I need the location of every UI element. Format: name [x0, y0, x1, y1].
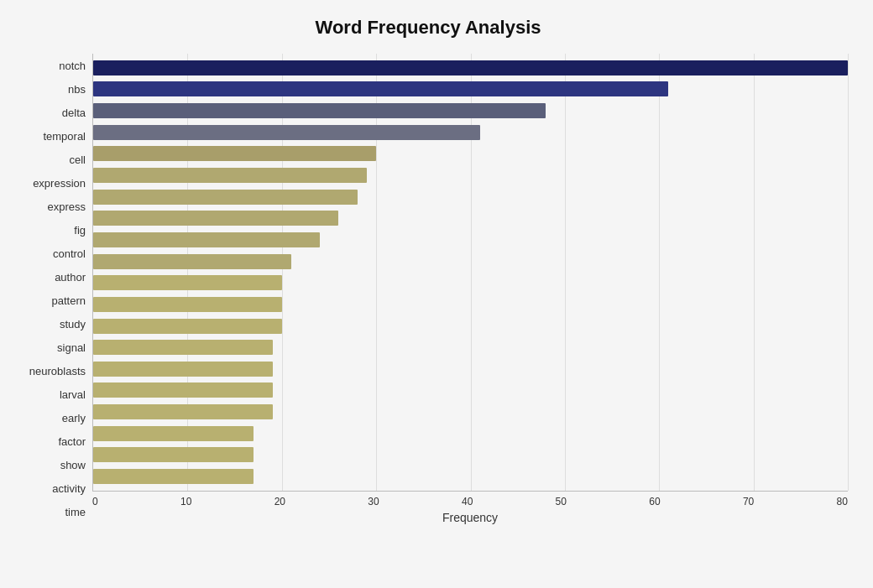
grid-line	[848, 54, 849, 491]
y-label: cell	[69, 154, 86, 165]
bar	[93, 190, 358, 205]
bar	[93, 426, 254, 441]
bar	[93, 275, 282, 290]
bar	[93, 447, 254, 462]
y-label: control	[53, 248, 86, 259]
x-tick: 40	[462, 496, 473, 507]
y-label: author	[55, 272, 86, 283]
y-label: delta	[62, 107, 86, 118]
bar-row	[93, 231, 848, 249]
y-label: express	[47, 201, 86, 212]
bar-row	[93, 188, 848, 206]
y-label: time	[65, 507, 86, 518]
x-axis: 01020304050607080	[92, 492, 848, 507]
bar	[93, 232, 320, 247]
bar	[93, 103, 546, 118]
bar-row	[93, 467, 848, 486]
y-label: expression	[33, 178, 86, 189]
bar	[93, 362, 273, 377]
y-label: neuroblasts	[29, 366, 86, 377]
bar-row	[93, 403, 848, 421]
bars-and-x: 01020304050607080 Frequency	[92, 54, 848, 524]
x-tick: 60	[649, 496, 660, 507]
y-label: signal	[57, 342, 86, 353]
y-label: temporal	[43, 131, 86, 142]
x-tick: 10	[180, 496, 191, 507]
bar	[93, 168, 367, 183]
bar-row	[93, 59, 848, 77]
x-axis-label: Frequency	[92, 511, 848, 524]
y-label: early	[62, 413, 86, 424]
bar	[93, 404, 273, 419]
bar	[93, 125, 480, 140]
bar	[93, 81, 668, 96]
bars-area	[92, 54, 848, 492]
bar-row	[93, 381, 848, 399]
bar-row	[93, 252, 848, 271]
bar-row	[93, 360, 848, 378]
y-label: study	[60, 319, 86, 330]
x-tick: 30	[368, 496, 379, 507]
y-label: notch	[59, 60, 86, 71]
bar	[93, 60, 848, 75]
y-label: larval	[60, 389, 86, 400]
y-labels: notchnbsdeltatemporalcellexpressionexpre…	[8, 54, 92, 524]
bar	[93, 297, 282, 312]
bar-row	[93, 123, 848, 142]
y-label: nbs	[68, 84, 86, 95]
y-label: fig	[74, 225, 86, 236]
bar	[93, 211, 338, 226]
y-label: pattern	[52, 295, 86, 306]
x-tick: 70	[743, 496, 754, 507]
bar-row	[93, 445, 848, 464]
bar-row	[93, 166, 848, 185]
chart-area: notchnbsdeltatemporalcellexpressionexpre…	[8, 54, 848, 524]
bar	[93, 340, 273, 355]
x-tick: 20	[274, 496, 285, 507]
bar-row	[93, 80, 848, 98]
bar-row	[93, 317, 848, 336]
bar	[93, 254, 291, 269]
bars-inner	[93, 54, 848, 491]
bar-row	[93, 338, 848, 356]
chart-container: Word Frequency Analysis notchnbsdeltatem…	[0, 0, 873, 588]
bar-row	[93, 144, 848, 163]
y-label: activity	[52, 483, 86, 494]
x-tick: 50	[556, 496, 567, 507]
bar	[93, 382, 273, 398]
bar-row	[93, 101, 848, 120]
y-label: show	[60, 460, 86, 471]
y-label: factor	[58, 436, 86, 447]
bar	[93, 146, 376, 161]
bar-row	[93, 273, 848, 292]
bar-row	[93, 209, 848, 227]
bar	[93, 469, 254, 484]
bar-row	[93, 295, 848, 314]
chart-title: Word Frequency Analysis	[8, 17, 848, 39]
bar-row	[93, 424, 848, 443]
x-tick: 0	[92, 496, 98, 507]
bar	[93, 319, 282, 334]
x-tick: 80	[837, 496, 848, 507]
